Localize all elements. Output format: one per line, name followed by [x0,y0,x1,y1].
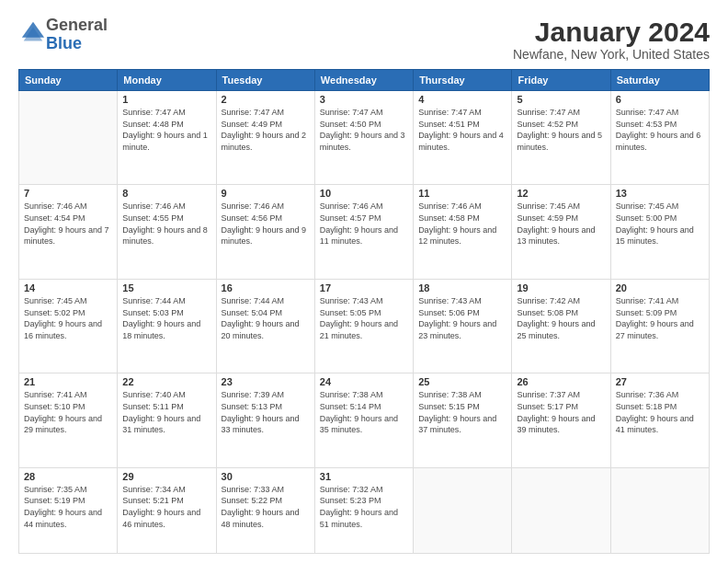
day-info: Sunrise: 7:46 AMSunset: 4:55 PMDaylight:… [122,201,210,247]
calendar-week-row: 7Sunrise: 7:46 AMSunset: 4:54 PMDaylight… [19,185,710,279]
day-info: Sunrise: 7:46 AMSunset: 4:57 PMDaylight:… [320,201,408,247]
day-number: 13 [616,188,704,199]
table-row: 11Sunrise: 7:46 AMSunset: 4:58 PMDayligh… [414,185,512,279]
logo-blue-text: Blue [46,34,82,52]
page-subtitle: Newfane, New York, United States [513,47,710,62]
table-row: 8Sunrise: 7:46 AMSunset: 4:55 PMDaylight… [118,185,216,279]
table-row: 7Sunrise: 7:46 AMSunset: 4:54 PMDaylight… [19,185,118,279]
day-number: 24 [320,376,408,387]
calendar-week-row: 28Sunrise: 7:35 AMSunset: 5:19 PMDayligh… [19,467,710,553]
day-info: Sunrise: 7:45 AMSunset: 4:59 PMDaylight:… [517,201,605,247]
header-tuesday: Tuesday [216,70,314,91]
table-row: 25Sunrise: 7:38 AMSunset: 5:15 PMDayligh… [414,373,512,467]
table-row: 4Sunrise: 7:47 AMSunset: 4:51 PMDaylight… [414,91,512,185]
day-info: Sunrise: 7:35 AMSunset: 5:19 PMDaylight:… [24,484,112,530]
day-info: Sunrise: 7:34 AMSunset: 5:21 PMDaylight:… [122,484,210,530]
header-thursday: Thursday [414,70,512,91]
table-row: 20Sunrise: 7:41 AMSunset: 5:09 PMDayligh… [610,279,709,373]
day-info: Sunrise: 7:40 AMSunset: 5:11 PMDaylight:… [122,389,210,435]
day-number: 17 [320,282,408,293]
header-saturday: Saturday [610,70,709,91]
day-number: 14 [24,282,112,293]
day-number: 30 [222,471,310,482]
day-number: 31 [320,471,408,482]
day-number: 25 [418,376,506,387]
day-info: Sunrise: 7:47 AMSunset: 4:52 PMDaylight:… [517,107,605,153]
day-info: Sunrise: 7:46 AMSunset: 4:54 PMDaylight:… [24,201,112,247]
table-row [610,467,709,553]
table-row: 3Sunrise: 7:47 AMSunset: 4:50 PMDaylight… [314,91,413,185]
day-number: 18 [418,282,506,293]
calendar-header-row: Sunday Monday Tuesday Wednesday Thursday… [19,70,710,91]
day-info: Sunrise: 7:39 AMSunset: 5:13 PMDaylight:… [222,389,310,435]
day-info: Sunrise: 7:43 AMSunset: 5:05 PMDaylight:… [320,295,408,341]
table-row: 9Sunrise: 7:46 AMSunset: 4:56 PMDaylight… [216,185,314,279]
table-row: 2Sunrise: 7:47 AMSunset: 4:49 PMDaylight… [216,91,314,185]
day-info: Sunrise: 7:36 AMSunset: 5:18 PMDaylight:… [616,389,704,435]
day-info: Sunrise: 7:46 AMSunset: 4:58 PMDaylight:… [418,201,506,247]
table-row: 27Sunrise: 7:36 AMSunset: 5:18 PMDayligh… [610,373,709,467]
day-number: 10 [320,188,408,199]
day-number: 23 [222,376,310,387]
header: General Blue January 2024 Newfane, New Y… [18,17,710,62]
day-number: 28 [24,471,112,482]
table-row: 26Sunrise: 7:37 AMSunset: 5:17 PMDayligh… [512,373,610,467]
calendar-week-row: 1Sunrise: 7:47 AMSunset: 4:48 PMDaylight… [19,91,710,185]
table-row: 15Sunrise: 7:44 AMSunset: 5:03 PMDayligh… [118,279,216,373]
table-row: 31Sunrise: 7:32 AMSunset: 5:23 PMDayligh… [314,467,413,553]
day-info: Sunrise: 7:33 AMSunset: 5:22 PMDaylight:… [222,484,310,530]
day-number: 12 [517,188,605,199]
table-row: 5Sunrise: 7:47 AMSunset: 4:52 PMDaylight… [512,91,610,185]
day-info: Sunrise: 7:46 AMSunset: 4:56 PMDaylight:… [222,201,310,247]
day-info: Sunrise: 7:47 AMSunset: 4:49 PMDaylight:… [222,107,310,153]
table-row: 21Sunrise: 7:41 AMSunset: 5:10 PMDayligh… [19,373,118,467]
logo-general-text: General [46,16,108,34]
day-info: Sunrise: 7:38 AMSunset: 5:14 PMDaylight:… [320,389,408,435]
day-number: 29 [122,471,210,482]
day-info: Sunrise: 7:44 AMSunset: 5:04 PMDaylight:… [222,295,310,341]
calendar-week-row: 21Sunrise: 7:41 AMSunset: 5:10 PMDayligh… [19,373,710,467]
day-info: Sunrise: 7:32 AMSunset: 5:23 PMDaylight:… [320,484,408,530]
day-info: Sunrise: 7:45 AMSunset: 5:02 PMDaylight:… [24,295,112,341]
table-row: 13Sunrise: 7:45 AMSunset: 5:00 PMDayligh… [610,185,709,279]
table-row: 22Sunrise: 7:40 AMSunset: 5:11 PMDayligh… [118,373,216,467]
table-row: 1Sunrise: 7:47 AMSunset: 4:48 PMDaylight… [118,91,216,185]
day-number: 27 [616,376,704,387]
day-number: 1 [122,94,210,105]
day-number: 4 [418,94,506,105]
table-row [512,467,610,553]
table-row: 14Sunrise: 7:45 AMSunset: 5:02 PMDayligh… [19,279,118,373]
day-info: Sunrise: 7:45 AMSunset: 5:00 PMDaylight:… [616,201,704,247]
page: General Blue January 2024 Newfane, New Y… [0,0,728,563]
table-row: 16Sunrise: 7:44 AMSunset: 5:04 PMDayligh… [216,279,314,373]
table-row: 29Sunrise: 7:34 AMSunset: 5:21 PMDayligh… [118,467,216,553]
day-info: Sunrise: 7:41 AMSunset: 5:10 PMDaylight:… [24,389,112,435]
day-info: Sunrise: 7:43 AMSunset: 5:06 PMDaylight:… [418,295,506,341]
table-row: 6Sunrise: 7:47 AMSunset: 4:53 PMDaylight… [610,91,709,185]
table-row: 24Sunrise: 7:38 AMSunset: 5:14 PMDayligh… [314,373,413,467]
day-info: Sunrise: 7:47 AMSunset: 4:48 PMDaylight:… [122,107,210,153]
header-monday: Monday [118,70,216,91]
day-number: 5 [517,94,605,105]
day-number: 6 [616,94,704,105]
day-number: 21 [24,376,112,387]
table-row [414,467,512,553]
header-wednesday: Wednesday [314,70,413,91]
day-number: 15 [122,282,210,293]
day-number: 20 [616,282,704,293]
header-friday: Friday [512,70,610,91]
page-title: January 2024 [513,17,710,47]
day-info: Sunrise: 7:47 AMSunset: 4:50 PMDaylight:… [320,107,408,153]
table-row [19,91,118,185]
day-number: 7 [24,188,112,199]
table-row: 23Sunrise: 7:39 AMSunset: 5:13 PMDayligh… [216,373,314,467]
day-info: Sunrise: 7:42 AMSunset: 5:08 PMDaylight:… [517,295,605,341]
title-block: January 2024 Newfane, New York, United S… [513,17,710,62]
table-row: 18Sunrise: 7:43 AMSunset: 5:06 PMDayligh… [414,279,512,373]
day-info: Sunrise: 7:44 AMSunset: 5:03 PMDaylight:… [122,295,210,341]
day-number: 11 [418,188,506,199]
calendar-week-row: 14Sunrise: 7:45 AMSunset: 5:02 PMDayligh… [19,279,710,373]
table-row: 17Sunrise: 7:43 AMSunset: 5:05 PMDayligh… [314,279,413,373]
table-row: 10Sunrise: 7:46 AMSunset: 4:57 PMDayligh… [314,185,413,279]
day-number: 8 [122,188,210,199]
